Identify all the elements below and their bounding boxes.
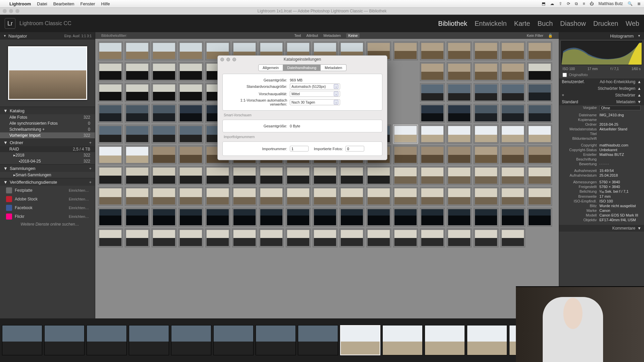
thumbnail[interactable] xyxy=(152,83,176,102)
filmstrip-thumb[interactable] xyxy=(467,325,507,355)
setup-link[interactable]: Einrichten… xyxy=(69,206,89,210)
thumbnail[interactable] xyxy=(205,229,230,247)
thumbnail[interactable] xyxy=(98,145,123,164)
thumbnail[interactable] xyxy=(125,104,150,123)
thumbnail[interactable] xyxy=(339,166,364,185)
thumbnail[interactable] xyxy=(447,187,472,206)
publish-service[interactable]: FestplatteEinrichten… xyxy=(3,186,92,194)
thumbnail[interactable] xyxy=(527,187,552,206)
thumbnail[interactable] xyxy=(474,229,498,247)
std-preview-select[interactable]: Automatisch (5120px)⌵ xyxy=(290,83,340,89)
catalog-row[interactable]: Alle Fotos322 xyxy=(0,114,95,120)
thumbnail[interactable] xyxy=(152,187,176,206)
thumbnail[interactable] xyxy=(393,208,418,227)
publish-service[interactable]: Adobe StockEinrichten… xyxy=(3,195,92,203)
thumbnail[interactable] xyxy=(178,42,203,60)
thumbnail[interactable] xyxy=(178,62,203,81)
thumbnail[interactable] xyxy=(500,104,525,123)
thumbnail[interactable] xyxy=(178,166,203,185)
thumbnail[interactable] xyxy=(393,42,418,60)
module-buch[interactable]: Buch xyxy=(537,20,553,27)
filter-off[interactable]: Kein Filter xyxy=(527,34,543,38)
thumbnail[interactable] xyxy=(178,229,203,247)
filmstrip-thumb[interactable] xyxy=(171,325,211,355)
navigator-zoom[interactable]: Einp. Ausf. 1:1 3:1 xyxy=(64,34,92,38)
folders-header[interactable]: ▼ Ordner + xyxy=(0,139,95,146)
thumbnail[interactable] xyxy=(393,125,418,143)
thumbnail[interactable] xyxy=(527,104,552,123)
meta-v[interactable]: matthiasbutz.com xyxy=(599,143,641,147)
add-icon[interactable]: + xyxy=(89,180,92,185)
thumbnail[interactable] xyxy=(527,166,552,185)
module-entwickeln[interactable]: Entwickeln xyxy=(475,20,507,27)
status-icon[interactable]: ⧉ xyxy=(575,1,578,6)
app-name[interactable]: Lightroom xyxy=(9,1,31,6)
thumbnail[interactable] xyxy=(152,166,176,185)
meta-v[interactable] xyxy=(599,136,641,140)
hamburger-icon[interactable]: ≣ xyxy=(637,1,641,6)
imported-photos-input[interactable] xyxy=(345,146,364,152)
thumbnail[interactable] xyxy=(232,208,257,227)
thumbnail[interactable] xyxy=(313,208,337,227)
status-icon[interactable]: ⇪ xyxy=(559,1,562,6)
keywords-set-header[interactable]: Stichwörter festlegen▲ xyxy=(559,85,644,92)
catalog-header[interactable]: ▼ Katalog xyxy=(0,107,95,114)
status-icon[interactable]: ≡ xyxy=(583,1,585,6)
thumbnail[interactable] xyxy=(205,208,230,227)
thumbnail[interactable] xyxy=(232,229,257,247)
thumbnail[interactable] xyxy=(205,166,230,185)
module-karte[interactable]: Karte xyxy=(514,20,530,27)
thumbnail[interactable] xyxy=(474,62,498,81)
thumbnail[interactable] xyxy=(98,187,123,206)
setup-link[interactable]: Einrichten… xyxy=(69,197,89,201)
thumbnail[interactable] xyxy=(125,229,150,247)
filmstrip-thumb[interactable] xyxy=(382,325,423,355)
meta-v[interactable]: Matthias BUTZ xyxy=(599,153,641,157)
dialog-tab-general[interactable]: Allgemein xyxy=(258,64,283,71)
thumbnail[interactable] xyxy=(98,125,123,143)
meta-v[interactable]: 2018-04-25 xyxy=(599,122,641,126)
thumbnail[interactable] xyxy=(286,229,311,247)
module-web[interactable]: Web xyxy=(626,20,639,27)
thumbnail[interactable] xyxy=(474,145,498,164)
lock-icon[interactable]: 🔒 xyxy=(548,34,553,38)
thumbnail[interactable] xyxy=(500,145,525,164)
filmstrip-thumb[interactable] xyxy=(340,325,380,355)
thumbnail[interactable] xyxy=(500,166,525,185)
thumbnail[interactable] xyxy=(474,125,498,143)
collection-row[interactable]: ▸ Smart-Sammlungen xyxy=(0,172,95,178)
folder-row[interactable]: ▸ 2018 322 xyxy=(0,152,95,158)
thumbnail[interactable] xyxy=(474,83,498,102)
metadata-header[interactable]: StandardMetadaten▼ xyxy=(559,99,644,105)
status-icon[interactable]: ☁︎ xyxy=(550,1,554,6)
filmstrip-thumb[interactable] xyxy=(256,325,296,355)
filter-tab[interactable]: Keine xyxy=(346,33,360,38)
filmstrip-thumb[interactable] xyxy=(2,325,42,355)
navigator-header[interactable]: ▼ Navigator Einp. Ausf. 1:1 3:1 xyxy=(0,32,95,40)
thumbnail[interactable] xyxy=(447,229,472,247)
thumbnail[interactable] xyxy=(527,83,552,102)
module-diashow[interactable]: Diashow xyxy=(560,20,586,27)
thumbnail[interactable] xyxy=(420,166,445,185)
thumbnail[interactable] xyxy=(313,166,337,185)
thumbnail[interactable] xyxy=(178,104,203,123)
thumbnail[interactable] xyxy=(420,208,445,227)
histogram[interactable] xyxy=(561,41,642,65)
thumbnail[interactable] xyxy=(420,42,445,60)
thumbnail[interactable] xyxy=(125,125,150,143)
std-label[interactable]: Standard xyxy=(562,100,578,104)
thumbnail[interactable] xyxy=(339,229,364,247)
thumbnail[interactable] xyxy=(232,187,257,206)
thumbnail[interactable] xyxy=(152,145,176,164)
thumbnail[interactable] xyxy=(420,145,445,164)
thumbnail[interactable] xyxy=(500,62,525,81)
thumbnail[interactable] xyxy=(500,83,525,102)
thumbnail[interactable] xyxy=(366,208,391,227)
more-services[interactable]: Weitere Dienste online suchen… xyxy=(0,221,95,227)
folder-row[interactable]: ▪ 2018-04-25 322 xyxy=(0,158,95,164)
thumbnail[interactable] xyxy=(152,229,176,247)
thumbnail[interactable] xyxy=(125,187,150,206)
thumbnail[interactable] xyxy=(125,166,150,185)
thumbnail[interactable] xyxy=(447,166,472,185)
catalog-row[interactable]: Alle synchronisierten Fotos0 xyxy=(0,120,95,126)
